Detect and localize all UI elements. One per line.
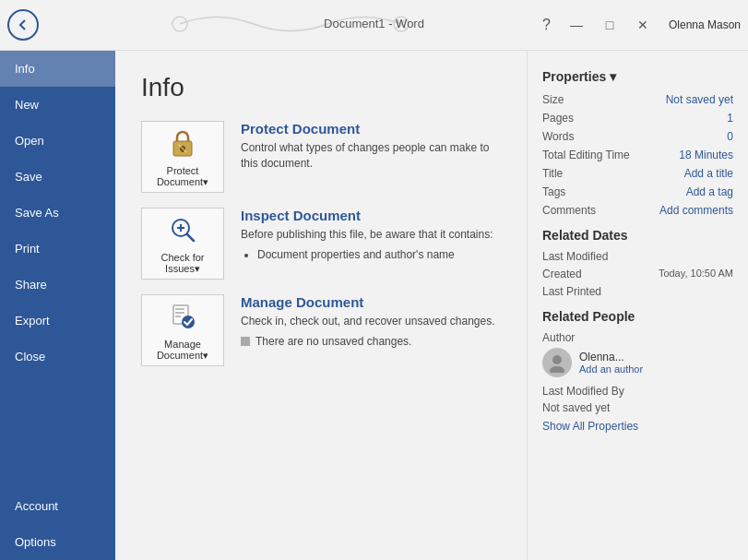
no-unsaved-changes: There are no unsaved changes. — [241, 335, 495, 348]
prop-label-comments: Comments — [542, 204, 596, 217]
sidebar-item-close[interactable]: Close — [0, 339, 115, 375]
prop-value-title[interactable]: Add a title — [684, 167, 733, 180]
manage-document-title: Manage Document — [241, 294, 495, 310]
author-label: Author — [542, 331, 733, 344]
sidebar: Info New Open Save Save As Print Share E… — [0, 51, 115, 560]
manage-document-panel: Manage Document▾ Manage Document Check i… — [141, 294, 501, 366]
sidebar-item-share[interactable]: Share — [0, 267, 115, 303]
back-button[interactable] — [7, 9, 39, 41]
prop-value-editing-time: 18 Minutes — [679, 149, 733, 161]
protect-document-text: Protect Document Control what types of c… — [241, 121, 501, 177]
author-info: Olenna... Add an author — [579, 351, 643, 375]
prop-label-title: Title — [542, 167, 563, 180]
prop-label-editing-time: Total Editing Time — [542, 149, 630, 161]
check-issues-label: Check for Issues▾ — [160, 252, 204, 275]
protect-document-desc: Control what types of changes people can… — [241, 140, 501, 172]
info-main: Info Protect Document▾ — [115, 51, 527, 560]
last-modified-by-value: Not saved yet — [542, 401, 733, 414]
inspect-document-panel: Check for Issues▾ Inspect Document Befor… — [141, 208, 501, 280]
manage-document-desc: Check in, check out, and recover unsaved… — [241, 314, 495, 329]
prop-row-title: Title Add a title — [542, 167, 733, 180]
date-label-created: Created — [542, 268, 582, 280]
prop-label-pages: Pages — [542, 112, 574, 125]
page-title: Info — [141, 73, 501, 102]
sidebar-item-print[interactable]: Print — [0, 231, 115, 267]
author-name: Olenna... — [579, 351, 643, 363]
inspect-document-desc: Before publishing this file, be aware th… — [241, 227, 493, 243]
prop-value-tags[interactable]: Add a tag — [686, 185, 733, 198]
properties-panel: Properties ▾ Size Not saved yet Pages 1 … — [527, 51, 748, 560]
window-controls: — □ ✕ — [562, 15, 658, 35]
prop-value-size: Not saved yet — [666, 93, 733, 106]
sidebar-item-save-as[interactable]: Save As — [0, 195, 115, 231]
maximize-button[interactable]: □ — [595, 15, 624, 35]
last-modified-by-label: Last Modified By — [542, 385, 733, 398]
date-label-last-printed: Last Printed — [542, 285, 601, 298]
date-row-last-printed: Last Printed — [542, 285, 733, 298]
prop-row-tags: Tags Add a tag — [542, 185, 733, 198]
prop-row-comments: Comments Add comments — [542, 204, 733, 217]
sidebar-item-save[interactable]: Save — [0, 159, 115, 195]
prop-value-words: 0 — [727, 130, 733, 143]
related-people: Author Olenna... Add an author Last Modi… — [542, 331, 733, 433]
properties-section-title: Properties ▾ — [542, 69, 733, 84]
title-bar: Document1 - Word ? — □ ✕ Olenna Mason — [0, 0, 748, 51]
prop-row-pages: Pages 1 — [542, 112, 733, 125]
no-changes-label: There are no unsaved changes. — [255, 335, 411, 348]
date-row-created: Created Today, 10:50 AM — [542, 268, 733, 280]
manage-document-button[interactable]: Manage Document▾ — [141, 294, 224, 366]
date-value-created: Today, 10:50 AM — [659, 268, 733, 280]
protect-document-panel: Protect Document▾ Protect Document Contr… — [141, 121, 501, 193]
main-layout: Info New Open Save Save As Print Share E… — [0, 51, 748, 560]
sidebar-item-account[interactable]: Account — [0, 488, 115, 524]
inspect-list-item: Document properties and author's name — [257, 248, 493, 261]
protect-document-button[interactable]: Protect Document▾ — [141, 121, 224, 193]
manage-doc-icon — [166, 300, 199, 335]
svg-point-17 — [550, 366, 564, 373]
protect-document-label: Protect Document▾ — [157, 165, 208, 188]
prop-row-size: Size Not saved yet — [542, 93, 733, 106]
related-dates-title: Related Dates — [542, 228, 733, 243]
sidebar-item-options[interactable]: Options — [0, 524, 115, 560]
svg-rect-12 — [175, 308, 184, 310]
manage-document-label: Manage Document▾ — [157, 339, 208, 362]
close-button[interactable]: ✕ — [628, 15, 658, 35]
sidebar-item-export[interactable]: Export — [0, 303, 115, 339]
date-row-last-modified: Last Modified — [542, 250, 733, 263]
prop-row-words: Words 0 — [542, 130, 733, 143]
date-label-last-modified: Last Modified — [542, 250, 608, 263]
doc-title: Document1 - Word — [324, 17, 424, 30]
svg-point-16 — [552, 355, 562, 364]
sidebar-item-new[interactable]: New — [0, 87, 115, 123]
manage-document-text: Manage Document Check in, check out, and… — [241, 294, 495, 348]
lock-icon — [166, 126, 199, 161]
add-author-link[interactable]: Add an author — [579, 363, 643, 375]
svg-rect-13 — [175, 312, 184, 314]
prop-label-words: Words — [542, 130, 574, 143]
prop-value-comments[interactable]: Add comments — [659, 204, 733, 217]
author-row: Olenna... Add an author — [542, 348, 733, 377]
title-bar-left — [7, 9, 39, 41]
related-dates: Last Modified Created Today, 10:50 AM La… — [542, 250, 733, 298]
minimize-button[interactable]: — — [562, 15, 591, 35]
prop-label-tags: Tags — [542, 185, 565, 198]
title-bar-center: Document1 - Word — [39, 6, 542, 45]
help-button[interactable]: ? — [542, 17, 551, 33]
svg-line-8 — [187, 234, 194, 241]
show-all-properties-link[interactable]: Show All Properties — [542, 420, 733, 433]
author-avatar — [542, 348, 572, 377]
svg-rect-14 — [175, 316, 181, 317]
user-name: Olenna Mason — [669, 18, 741, 31]
check-issues-button[interactable]: Check for Issues▾ — [141, 208, 224, 280]
sidebar-item-open[interactable]: Open — [0, 123, 115, 159]
prop-row-editing-time: Total Editing Time 18 Minutes — [542, 149, 733, 161]
related-people-title: Related People — [542, 309, 733, 324]
content-area: Info Protect Document▾ — [115, 51, 748, 560]
inspect-icon — [166, 213, 199, 248]
protect-document-title: Protect Document — [241, 121, 501, 137]
prop-value-pages: 1 — [727, 112, 733, 125]
title-bar-right: ? — □ ✕ Olenna Mason — [542, 15, 741, 35]
inspect-document-text: Inspect Document Before publishing this … — [241, 208, 493, 261]
gray-square-icon — [241, 337, 250, 346]
sidebar-item-info[interactable]: Info — [0, 51, 115, 87]
